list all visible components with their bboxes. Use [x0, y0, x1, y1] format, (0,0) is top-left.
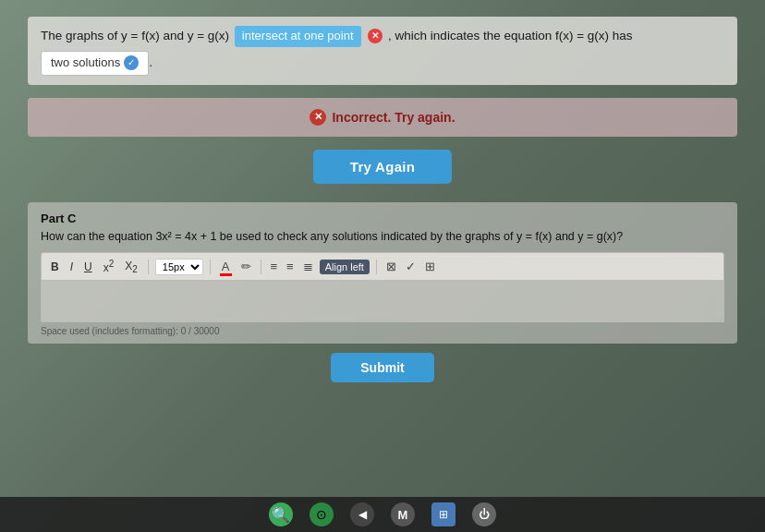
font-size-select[interactable]: 15px — [155, 259, 203, 275]
editor-toolbar: B I U x2 X2 15px A ✏ ≡ ≡ ≣ Align left ⊠ … — [41, 252, 724, 281]
answer-text: two solutions — [51, 54, 120, 73]
question-part-b: The graphs of y = f(x) and y = g(x) inte… — [28, 17, 737, 85]
middle-text: , which indicates the equation f(x) = g(… — [388, 29, 633, 42]
answer-box: two solutions ✓ — [41, 51, 149, 76]
period: . — [149, 53, 152, 73]
taskbar-home-icon[interactable]: ⊙ — [310, 502, 334, 526]
bold-button[interactable]: B — [47, 259, 63, 275]
editor-area[interactable] — [41, 281, 724, 322]
taskbar-mail-symbol: M — [398, 508, 408, 522]
part-c-question: How can the equation 3x² = 4x + 1 be use… — [41, 228, 724, 246]
image-button[interactable]: ⊠ — [383, 259, 399, 274]
taskbar-grid-symbol: ⊞ — [439, 508, 448, 521]
submit-button[interactable]: Submit — [331, 353, 433, 382]
grid-button[interactable]: ⊞ — [422, 259, 438, 274]
answer-row: two solutions ✓ . — [41, 51, 724, 76]
toolbar-separator-4 — [376, 260, 377, 274]
taskbar-home-symbol: ⊙ — [316, 507, 327, 522]
feedback-bar: ✕ Incorrect. Try again. — [28, 98, 737, 137]
indent-button[interactable]: ≣ — [300, 259, 316, 274]
align-left-button[interactable]: Align left — [320, 260, 370, 274]
italic-button[interactable]: I — [67, 259, 77, 275]
part-c-label: Part C — [41, 212, 724, 225]
submit-row: Submit — [28, 353, 737, 382]
feedback-error-icon: ✕ — [310, 109, 326, 126]
taskbar-mail-icon[interactable]: M — [391, 502, 415, 526]
superscript-button[interactable]: x2 — [100, 257, 118, 276]
prefix-text: The graphs of y = f(x) and y = g(x) — [41, 29, 229, 42]
underline-button[interactable]: U — [80, 259, 96, 275]
highlight-button[interactable]: ✏ — [238, 259, 254, 274]
list-number-button[interactable]: ≡ — [284, 259, 297, 274]
taskbar-power-symbol: ⏻ — [479, 508, 490, 521]
highlighted-answer: intersect at one point — [235, 26, 361, 47]
feedback-text: ✕ Incorrect. Try again. — [39, 109, 726, 126]
check-button[interactable]: ✓ — [403, 259, 419, 274]
feedback-message: Incorrect. Try again. — [332, 110, 455, 125]
answer-check-icon: ✓ — [124, 55, 139, 70]
toolbar-separator-3 — [261, 260, 261, 274]
toolbar-separator-1 — [148, 260, 149, 274]
taskbar-power-icon[interactable]: ⏻ — [472, 502, 496, 526]
taskbar-back-symbol: ◀ — [358, 508, 367, 521]
toolbar-separator-2 — [210, 260, 211, 274]
error-icon: ✕ — [368, 29, 382, 43]
list-bullet-button[interactable]: ≡ — [268, 259, 281, 274]
taskbar-search-symbol: 🔍 — [272, 506, 290, 524]
taskbar-search-icon[interactable]: 🔍 — [269, 502, 293, 526]
taskbar-back-icon[interactable]: ◀ — [350, 502, 374, 526]
part-c-section: Part C How can the equation 3x² = 4x + 1… — [28, 202, 737, 345]
font-color-indicator: A — [220, 260, 232, 276]
font-color-button[interactable]: A — [217, 259, 235, 274]
taskbar: 🔍 ⊙ ◀ M ⊞ ⏻ — [0, 497, 765, 532]
taskbar-grid-icon[interactable]: ⊞ — [431, 502, 455, 526]
try-again-button[interactable]: Try Again — [313, 150, 453, 184]
main-content: The graphs of y = f(x) and y = g(x) inte… — [0, 0, 765, 392]
subscript-button[interactable]: X2 — [121, 258, 141, 276]
space-used: Space used (includes formatting): 0 / 30… — [41, 326, 724, 336]
